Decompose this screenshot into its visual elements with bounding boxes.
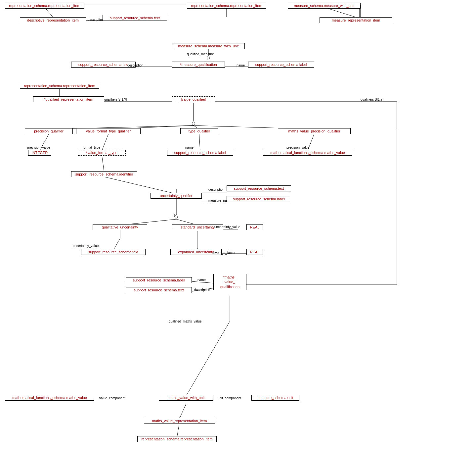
node-qualitative-uncertainty: qualitative_uncertainty (93, 224, 147, 230)
node-precision-qualifier: precision_qualifier (25, 128, 73, 134)
node-real-2: REAL (246, 249, 263, 255)
node-value-format-type: *value_format_type (78, 150, 126, 156)
svg-line-28 (104, 177, 175, 194)
svg-marker-9 (207, 56, 210, 60)
node-rep-schema-rep-item-mid: representation_schema.representation_ite… (20, 83, 99, 89)
node-maths-value-with-unit: maths_value_with_unit (159, 395, 213, 401)
label-description-1: description (88, 18, 104, 22)
svg-line-45 (186, 321, 230, 396)
node-measure-schema-unit: measure_schema.unit (251, 395, 299, 401)
node-maths-value-precision-qualifier: maths_value_precision_qualifier (278, 128, 351, 134)
label-unit-component: unit_component (218, 396, 241, 400)
node-support-resource-label-1: support_resource_schema.label (248, 62, 314, 68)
node-measure-schema-mwu-mid: measure_schema.measure_with_unit (172, 43, 245, 49)
node-rep-schema-rep-item-top-left: representation_schema.representation_ite… (5, 3, 84, 9)
label-uncertainty-value-2: uncertainty_value (214, 225, 240, 229)
node-qualified-rep-item: *qualified_representation_item (33, 96, 104, 102)
node-support-resource-text-3: support_resource_schema.text (227, 185, 291, 191)
diagram-container: representation_schema.representation_ite… (0, 0, 476, 449)
svg-line-37 (113, 238, 120, 250)
node-uncertainty-qualifier: uncertainty_qualifier (151, 193, 202, 199)
node-support-resource-label-2: support_resource_schema.label (167, 150, 233, 156)
node-descriptive-rep-item: descriptive_representation_item (20, 17, 86, 23)
label-precision-value-1: precision_value (27, 146, 50, 149)
svg-line-24 (102, 134, 108, 151)
label-description-3: description (208, 188, 224, 191)
node-support-resource-identifier: support_resource_schema.identifier (71, 171, 137, 177)
node-support-resource-text-2: support_resource_schema.text (71, 62, 136, 68)
label-qualifiers-2: qualifiers S[1:?] (361, 98, 383, 101)
svg-marker-18 (192, 121, 195, 125)
node-measure-rep-item: measure_representation_item (320, 17, 392, 23)
node-support-resource-text-1: support_resource_schema.text (103, 15, 167, 21)
svg-line-26 (199, 134, 200, 151)
node-support-resource-label-3: support_resource_schema.label (227, 196, 291, 202)
svg-line-50 (179, 404, 186, 419)
node-value-qualifier: !value_qualifier! (172, 96, 215, 102)
node-measure-qualification: *measure_qualification (172, 62, 225, 68)
label-qualified-measure: qualified_measure (187, 52, 214, 56)
label-name-1: name (237, 64, 245, 67)
node-maths-value-qualification: *maths_ value_ qualification (213, 274, 246, 290)
node-type-qualifier: type_qualifier (180, 128, 218, 134)
node-mathematical-functions-maths-value-2: mathematical_functions_schema.maths_valu… (5, 395, 94, 401)
svg-line-0 (45, 7, 53, 17)
label-1: 1 (174, 214, 176, 217)
svg-line-25 (102, 156, 104, 172)
label-description-4: description (194, 288, 210, 292)
label-qualifiers-1: qualifiers S[1:?] (104, 98, 127, 101)
label-name-2: name (185, 146, 194, 149)
node-rep-schema-rep-item-top-mid: representation_schema.representation_ite… (187, 3, 266, 9)
label-value-component: value_component (99, 396, 125, 400)
node-rep-schema-rep-item-bottom: representation_schema.representation_ite… (137, 436, 217, 442)
svg-line-3 (324, 7, 356, 17)
node-mathematical-functions-maths-value: mathematical_functions_schema.maths_valu… (263, 150, 352, 156)
label-format-type: format_type (83, 146, 100, 149)
label-name-3: name (197, 278, 206, 282)
node-measure-schema-mwu-top: measure_schema.measure_with_unit (288, 3, 361, 9)
node-value-format-type-qualifier: value_format_type_qualifier (76, 128, 141, 134)
label-uncertainty-value-1: uncertainty_value (73, 244, 99, 248)
label-description-2: description (127, 64, 143, 67)
node-support-resource-text-4: support_resource_schema.text (81, 249, 146, 255)
node-integer: INTEGER (28, 150, 51, 156)
label-qualified-maths-value: qualified_maths_value (169, 320, 202, 323)
node-real-1: REAL (246, 224, 263, 230)
node-support-resource-text-5: support_resource_schema.text (126, 287, 192, 293)
label-precision-value-2: precision_value (286, 146, 310, 149)
svg-line-52 (177, 424, 179, 437)
node-maths-value-rep-item: maths_value_representation_item (144, 418, 215, 424)
node-support-resource-label-4: support_resource_schema.label (126, 277, 192, 283)
label-coverage-factor: coverage_factor (212, 251, 236, 255)
